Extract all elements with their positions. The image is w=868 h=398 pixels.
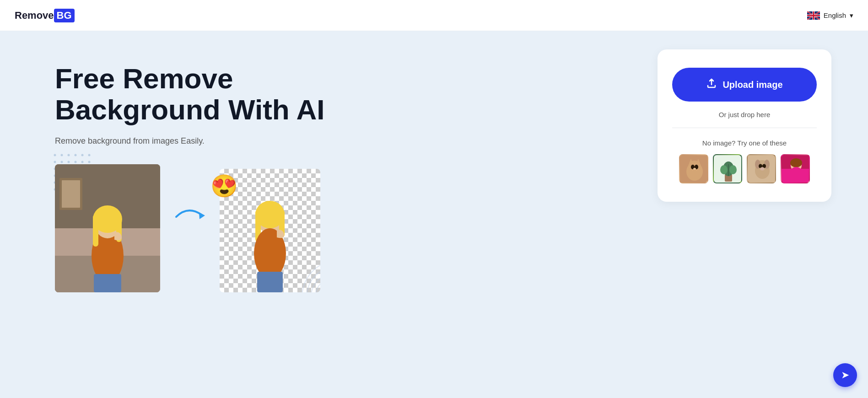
svg-point-6 <box>88 154 91 156</box>
sample-image-plant[interactable] <box>713 154 742 183</box>
svg-rect-45 <box>93 215 98 247</box>
sparkle-lines-icon: ✦ <box>318 173 320 210</box>
upload-card: Upload image Or just drop here No image?… <box>658 49 831 202</box>
svg-rect-54 <box>257 272 283 292</box>
svg-point-65 <box>693 168 696 170</box>
reaction-emoji: 😍 <box>210 173 238 199</box>
divider <box>672 128 817 128</box>
language-label: English <box>824 11 846 19</box>
woman-thumbnail <box>782 155 810 183</box>
drop-text: Or just drop here <box>672 111 817 118</box>
svg-point-7 <box>54 161 56 163</box>
blue-arrow-icon <box>174 201 206 224</box>
svg-point-70 <box>729 165 737 174</box>
chat-button[interactable]: ➤ <box>833 363 857 387</box>
language-selector[interactable]: English ▾ <box>807 11 853 20</box>
svg-point-9 <box>68 161 70 163</box>
chevron-down-icon: ▾ <box>850 11 853 20</box>
svg-point-3 <box>68 154 70 156</box>
chat-icon: ➤ <box>841 369 849 381</box>
logo[interactable]: Remove BG <box>15 9 75 22</box>
demo-area: 😍 <box>55 164 630 292</box>
uk-flag-icon <box>807 11 820 20</box>
svg-point-10 <box>75 161 77 163</box>
sample-image-woman[interactable] <box>781 154 810 183</box>
svg-point-8 <box>61 161 63 163</box>
svg-point-83 <box>790 158 802 167</box>
upload-button-label: Upload image <box>722 80 782 90</box>
upload-button[interactable]: Upload image <box>672 68 817 102</box>
sample-image-cat[interactable] <box>679 154 708 183</box>
main-content: Free Remove Background With AI Remove ba… <box>0 31 868 292</box>
original-photo-svg <box>55 164 160 292</box>
header: Remove BG English ▾ <box>0 0 868 31</box>
svg-point-11 <box>81 161 84 163</box>
svg-point-1 <box>54 154 56 156</box>
cat-thumbnail <box>680 155 708 183</box>
svg-point-4 <box>75 154 77 156</box>
plant-thumbnail <box>714 155 742 183</box>
hero-subtitle: Remove background from images Easily. <box>55 136 630 146</box>
svg-point-84 <box>789 167 803 183</box>
svg-point-79 <box>760 167 765 171</box>
original-photo <box>55 164 160 292</box>
upload-icon <box>706 78 717 91</box>
try-samples-text: No image? Try one of these <box>672 139 817 147</box>
svg-rect-40 <box>62 180 80 208</box>
svg-point-2 <box>61 154 63 156</box>
svg-point-69 <box>720 165 728 174</box>
left-content: Free Remove Background With AI Remove ba… <box>55 59 630 292</box>
svg-point-5 <box>81 154 84 156</box>
logo-bg-text: BG <box>54 9 75 22</box>
concentric-arcs-icon <box>293 251 320 292</box>
upload-arrow-icon <box>706 78 717 89</box>
svg-rect-47 <box>94 274 121 292</box>
hero-title: Free Remove Background With AI <box>55 63 329 125</box>
logo-remove-text: Remove <box>15 10 54 22</box>
sample-images-row <box>672 154 817 183</box>
arrow-container: 😍 <box>174 201 206 224</box>
svg-point-12 <box>88 161 91 163</box>
sample-image-dog[interactable] <box>747 154 776 183</box>
dog-thumbnail <box>748 155 776 183</box>
svg-marker-48 <box>199 212 205 219</box>
